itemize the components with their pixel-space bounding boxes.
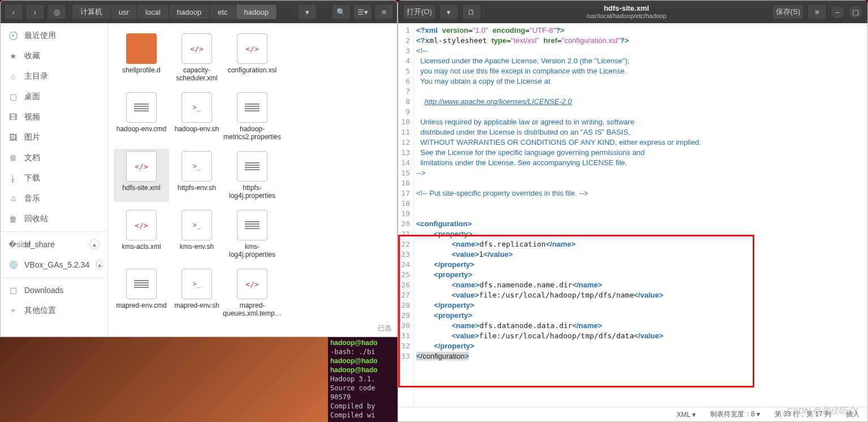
open-recent-button[interactable]: ▾ — [439, 4, 459, 20]
eject-icon[interactable]: ▲ — [96, 260, 103, 270]
list-view-button[interactable]: ☰▾ — [353, 4, 372, 20]
xml-icon: </> — [237, 269, 267, 299]
file-label: shellprofile.d — [122, 66, 160, 74]
file-httpfs-log4j.properties[interactable]: httpfs-log4j.properties — [224, 149, 280, 202]
sidebar-item-桌面[interactable]: ▢桌面 — [1, 87, 107, 107]
crumb-hadoop[interactable]: hadoop — [236, 4, 277, 20]
eject-icon[interactable]: ▲ — [89, 239, 100, 249]
file-label: capacity-scheduler.xml — [171, 66, 222, 82]
file-label: kms-env.sh — [180, 243, 214, 251]
script-icon: >_ — [182, 92, 212, 123]
file-grid: shellprofile.d</>capacity-scheduler.xml<… — [108, 23, 397, 337]
最近使用-icon: 🕘 — [8, 31, 18, 40]
back-button[interactable]: ‹ — [4, 4, 23, 20]
minimize-button[interactable]: – — [830, 5, 845, 19]
text-icon — [237, 210, 267, 240]
script-icon: >_ — [182, 151, 212, 182]
收藏-icon: ★ — [8, 51, 18, 61]
sidebar-item-收藏[interactable]: ★收藏 — [1, 46, 107, 66]
Downloads-icon: ▢ — [8, 286, 18, 295]
file-label: hadoop-env.sh — [175, 125, 219, 133]
file-mapred-queues.xml.temp…[interactable]: </>mapred-queues.xml.temp… — [224, 266, 280, 320]
sidebar-item-回收站[interactable]: 🗑回收站 — [1, 209, 107, 229]
sidebar-item-其他位置[interactable]: ＋其他位置 — [1, 300, 107, 321]
file-mapred-env.cmd[interactable]: mapred-env.cmd — [114, 266, 169, 320]
file-label: httpfs-log4j.properties — [227, 184, 278, 200]
tab-width-selector[interactable]: 制表符宽度：8 ▾ — [710, 410, 760, 419]
file-name: hdfs-site.xml — [604, 4, 649, 12]
open-button[interactable]: 打开(O) — [403, 4, 436, 20]
sidebar-item-文档[interactable]: 🗎文档 — [1, 148, 107, 168]
sidebar-item-VBox_GAs_5.2.34[interactable]: 💿VBox_GAs_5.2.34▲ — [1, 255, 107, 275]
sidebar-item-sf_share[interactable]: �sidesf_share▲ — [1, 234, 107, 255]
crumb-local[interactable]: local — [137, 4, 169, 20]
file-shellprofile.d[interactable]: shellprofile.d — [114, 31, 169, 84]
file-label: hdfs-site.xml — [122, 184, 160, 192]
script-icon: >_ — [182, 269, 212, 299]
file-label: httpfs-env.sh — [178, 184, 216, 192]
new-tab-button[interactable]: 🗋 — [462, 4, 481, 20]
crumb-计算机[interactable]: 计算机 — [72, 4, 110, 20]
sidebar-item-下载[interactable]: ⭳下载 — [1, 168, 107, 188]
sidebar: 🕘最近使用★收藏⌂主目录▢桌面🎞视频🖼图片🗎文档⭳下载♫音乐🗑回收站�sides… — [1, 23, 108, 337]
sidebar-item-视频[interactable]: 🎞视频 — [1, 107, 107, 127]
disk-icon[interactable]: ◎ — [47, 4, 66, 20]
file-mapred-env.sh[interactable]: >_mapred-env.sh — [169, 266, 224, 320]
file-hadoop-env.cmd[interactable]: hadoop-env.cmd — [114, 90, 169, 143]
file-label: hadoop-env.cmd — [116, 125, 167, 133]
language-selector[interactable]: XML ▾ — [676, 411, 696, 419]
crumb-overflow[interactable]: ▾ — [297, 4, 317, 20]
folder-icon — [126, 33, 157, 64]
breadcrumb: 计算机usrlocalhadoopetchadoop — [72, 4, 295, 20]
file-hadoop-metrics2.properties[interactable]: hadoop-metrics2.properties — [224, 90, 280, 143]
file-capacity-scheduler.xml[interactable]: </>capacity-scheduler.xml — [169, 31, 224, 84]
音乐-icon: ♫ — [8, 194, 18, 203]
file-hdfs-site.xml[interactable]: </>hdfs-site.xml — [114, 149, 169, 202]
text-icon — [237, 151, 267, 182]
file-kms-log4j.properties[interactable]: kms-log4j.properties — [224, 208, 280, 261]
crumb-etc[interactable]: etc — [209, 4, 235, 20]
menu-button[interactable]: ≡ — [374, 4, 394, 20]
file-httpfs-env.sh[interactable]: >_httpfs-env.sh — [169, 149, 224, 202]
xml-icon: </> — [237, 33, 267, 64]
file-label: kms-log4j.properties — [227, 243, 278, 259]
file-configuration.xsl[interactable]: </>configuration.xsl — [224, 31, 280, 84]
主目录-icon: ⌂ — [8, 72, 18, 81]
sidebar-item-音乐[interactable]: ♫音乐 — [1, 188, 107, 209]
file-label: hadoop-metrics2.properties — [223, 125, 281, 141]
file-hadoop-env.sh[interactable]: >_hadoop-env.sh — [169, 90, 224, 143]
terminal-window[interactable]: hadoop@hado-bash: ./bihadoop@hadohadoop@… — [328, 337, 398, 422]
file-label: mapred-env.sh — [174, 302, 219, 309]
maximize-button[interactable]: ▢ — [848, 5, 863, 19]
sidebar-item-最近使用[interactable]: 🕘最近使用 — [1, 25, 107, 46]
回收站-icon: 🗑 — [8, 214, 18, 223]
desktop-background — [0, 337, 328, 422]
xml-icon: </> — [126, 210, 157, 240]
save-button[interactable]: 保存(S) — [772, 4, 804, 20]
search-button[interactable]: 🔍 — [331, 4, 351, 20]
sidebar-item-主目录[interactable]: ⌂主目录 — [1, 66, 107, 87]
forward-button[interactable]: › — [25, 4, 45, 20]
file-kms-env.sh[interactable]: >_kms-env.sh — [169, 208, 224, 261]
file-label: mapred-queues.xml.temp… — [223, 302, 281, 317]
hamburger-button[interactable]: ≡ — [807, 4, 827, 20]
gedit-window: 打开(O) ▾ 🗋 hdfs-site.xml /usr/local/hadoo… — [398, 0, 868, 422]
crumb-usr[interactable]: usr — [110, 4, 137, 20]
文档-icon: 🗎 — [8, 153, 18, 162]
图片-icon: 🖼 — [8, 133, 18, 142]
selection-status: 已选 — [378, 324, 391, 333]
window-title: hdfs-site.xml /usr/local/hadoop/etc/hado… — [485, 5, 768, 19]
file-label: configuration.xsl — [228, 66, 277, 74]
file-kms-acls.xml[interactable]: </>kms-acls.xml — [114, 208, 169, 261]
视频-icon: 🎞 — [8, 113, 18, 122]
file-manager-window: ‹ › ◎ 计算机usrlocalhadoopetchadoop ▾ 🔍 ☰▾ … — [0, 0, 398, 337]
VBox_GAs_5.2.34-icon: 💿 — [8, 260, 18, 269]
sidebar-item-图片[interactable]: 🖼图片 — [1, 127, 107, 148]
text-icon — [237, 92, 267, 123]
watermark: CSDN @最佳听众! — [787, 406, 858, 416]
editor-area[interactable]: 1 2 3 4 5 6 7 8 9 10 11 12 13 14 15 16 1… — [398, 23, 867, 407]
sidebar-item-Downloads[interactable]: ▢Downloads — [1, 280, 107, 300]
下载-icon: ⭳ — [8, 174, 18, 183]
fm-toolbar: ‹ › ◎ 计算机usrlocalhadoopetchadoop ▾ 🔍 ☰▾ … — [1, 1, 397, 23]
crumb-hadoop[interactable]: hadoop — [169, 4, 209, 20]
